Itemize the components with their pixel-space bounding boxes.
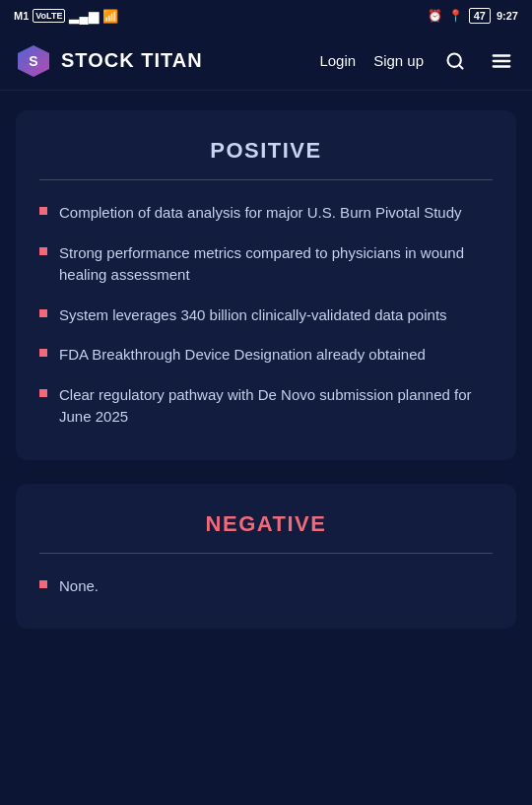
positive-title: Positive xyxy=(39,138,493,164)
main-content: Positive Completion of data analysis for… xyxy=(0,91,532,672)
positive-list: Completion of data analysis for major U.… xyxy=(39,202,493,429)
negative-title: Negative xyxy=(39,511,493,537)
bullet-icon xyxy=(39,389,47,397)
negative-card: Negative None. xyxy=(16,484,516,630)
list-item: FDA Breakthrough Device Designation alre… xyxy=(39,344,493,367)
positive-card: Positive Completion of data analysis for… xyxy=(16,110,516,460)
list-item-text: Strong performance metrics compared to p… xyxy=(59,242,493,287)
svg-line-3 xyxy=(459,64,463,68)
alarm-icon: ⏰ xyxy=(428,9,442,23)
negative-list: None. xyxy=(39,575,493,598)
list-item-text: Completion of data analysis for major U.… xyxy=(59,202,493,225)
list-item: Completion of data analysis for major U.… xyxy=(39,202,493,225)
svg-text:S: S xyxy=(29,53,37,69)
brand-name-text: STOCK TITAN xyxy=(61,49,203,72)
positive-divider xyxy=(39,179,493,180)
location-icon: 📍 xyxy=(448,9,463,23)
list-item-text: FDA Breakthrough Device Designation alre… xyxy=(59,344,493,367)
bullet-icon xyxy=(39,207,47,215)
search-icon xyxy=(445,51,465,71)
list-item-text: Clear regulatory pathway with De Novo su… xyxy=(59,384,493,429)
battery-indicator: 47 xyxy=(469,8,491,24)
carrier-label: M1 xyxy=(14,10,29,22)
signal-icon: ▂▄▆ xyxy=(69,9,98,24)
status-left: M1 VoLTE ▂▄▆ 📶 xyxy=(14,9,118,24)
brand-logo-link[interactable]: S STOCK TITAN xyxy=(16,43,203,79)
volte-badge: VoLTE xyxy=(33,9,65,23)
wifi-icon: 📶 xyxy=(102,9,118,24)
bullet-icon xyxy=(39,349,47,357)
bullet-icon xyxy=(39,580,47,588)
menu-button[interactable] xyxy=(487,46,516,76)
nav-links: Login Sign up xyxy=(319,46,516,76)
signup-link[interactable]: Sign up xyxy=(373,52,424,69)
search-button[interactable] xyxy=(441,47,469,75)
hamburger-icon xyxy=(491,50,512,72)
bullet-icon xyxy=(39,247,47,255)
negative-divider xyxy=(39,553,493,554)
brand-logo-icon: S xyxy=(16,43,51,79)
list-item: Strong performance metrics compared to p… xyxy=(39,242,493,287)
login-link[interactable]: Login xyxy=(319,52,356,69)
list-item: Clear regulatory pathway with De Novo su… xyxy=(39,384,493,429)
navbar: S STOCK TITAN Login Sign up xyxy=(0,32,532,91)
list-item: System leverages 340 billion clinically-… xyxy=(39,304,493,327)
list-item: None. xyxy=(39,575,493,598)
list-item-text: None. xyxy=(59,575,493,598)
time-display: 9:27 xyxy=(497,10,518,22)
status-right: ⏰ 📍 47 9:27 xyxy=(428,8,518,24)
list-item-text: System leverages 340 billion clinically-… xyxy=(59,304,493,327)
bullet-icon xyxy=(39,309,47,317)
status-bar: M1 VoLTE ▂▄▆ 📶 ⏰ 📍 47 9:27 xyxy=(0,0,532,32)
